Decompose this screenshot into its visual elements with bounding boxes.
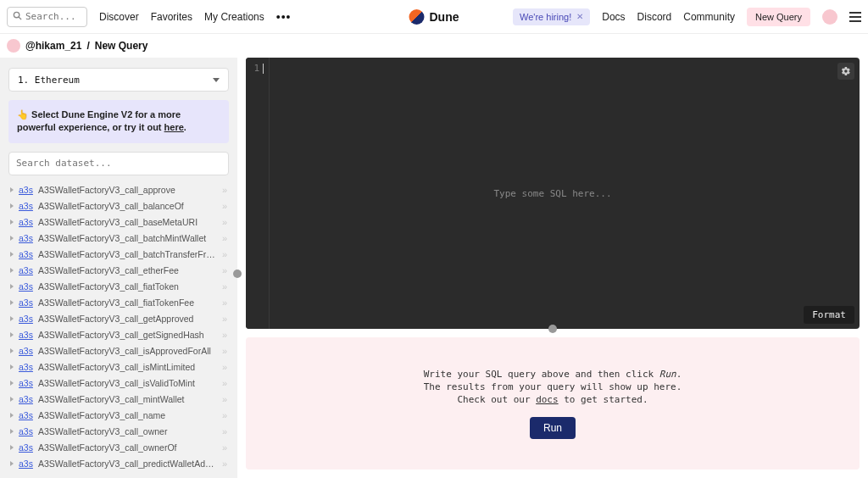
caret-right-icon	[10, 316, 14, 321]
expand-icon[interactable]: »	[222, 185, 227, 195]
new-query-button[interactable]: New Query	[747, 8, 810, 26]
dataset-row[interactable]: a3sA3SWalletFactoryV3_call_etherFee»	[8, 263, 229, 279]
nav-more-icon[interactable]: •••	[276, 10, 292, 24]
sql-editor[interactable]: 1 Type some SQL here... Format	[246, 58, 860, 329]
format-button[interactable]: Format	[804, 306, 854, 324]
dataset-row[interactable]: a3sA3SWalletFactoryV3_call_batchMintWall…	[8, 231, 229, 247]
close-icon[interactable]: ✕	[576, 12, 583, 21]
expand-icon[interactable]: »	[222, 378, 227, 388]
banner-text: 👆 Select Dune Engine V2 for a more power…	[17, 109, 181, 132]
breadcrumb-avatar	[7, 39, 20, 53]
dataset-row[interactable]: a3sA3SWalletFactoryV3_call_baseMetaURI»	[8, 214, 229, 231]
dataset-name: A3SWalletFactoryV3_call_approve	[38, 185, 217, 195]
brand-name: Dune	[430, 10, 459, 24]
expand-icon[interactable]: »	[222, 297, 227, 308]
caret-right-icon	[10, 187, 14, 192]
dataset-name: A3SWalletFactoryV3_call_predictWalletAdd…	[38, 459, 217, 469]
svg-line-1	[19, 16, 21, 19]
dataset-name: A3SWalletFactoryV3_call_mintWallet	[38, 394, 217, 404]
topbar: Discover Favorites My Creations ••• Dune…	[0, 0, 868, 34]
dataset-tag: a3s	[19, 201, 33, 211]
expand-icon[interactable]: »	[222, 410, 227, 420]
nav-favorites[interactable]: Favorites	[151, 11, 192, 23]
expand-icon[interactable]: »	[222, 459, 227, 469]
editor-gutter: 1	[246, 58, 270, 329]
dataset-row[interactable]: a3sA3SWalletFactoryV3_call_isValidToMint…	[8, 375, 229, 392]
dataset-tag: a3s	[19, 394, 33, 404]
expand-icon[interactable]: »	[222, 281, 227, 292]
dataset-row[interactable]: a3sA3SWalletFactoryV3_call_owner»	[8, 424, 229, 440]
results-line-2: The results from your query will show up…	[424, 381, 682, 392]
nav-docs[interactable]: Docs	[602, 11, 625, 23]
dataset-row[interactable]: a3sA3SWalletFactoryV3_call_predictWallet…	[8, 456, 229, 472]
search-icon	[13, 11, 22, 23]
line-number: 1	[246, 58, 269, 74]
nav-discover[interactable]: Discover	[99, 11, 139, 23]
dataset-row[interactable]: a3sA3SWalletFactoryV3_call_name»	[8, 408, 229, 424]
global-search[interactable]	[7, 7, 87, 27]
dataset-tag: a3s	[19, 442, 33, 453]
run-button[interactable]: Run	[530, 417, 576, 439]
chevron-down-icon	[213, 78, 220, 82]
caret-right-icon	[10, 413, 14, 418]
dataset-row[interactable]: a3sA3SWalletFactoryV3_call_mintWallet»	[8, 392, 229, 408]
dataset-tag: a3s	[19, 265, 33, 275]
expand-icon[interactable]: »	[222, 314, 227, 324]
hiring-pill[interactable]: We're hiring! ✕	[513, 8, 590, 25]
dataset-tag: a3s	[19, 459, 33, 469]
docs-link[interactable]: docs	[536, 394, 559, 405]
dataset-row[interactable]: a3sA3SWalletFactoryV3_call_isApprovedFor…	[8, 343, 229, 359]
nav-community[interactable]: Community	[683, 11, 735, 23]
avatar[interactable]	[822, 9, 837, 25]
expand-icon[interactable]: »	[222, 265, 227, 275]
brand[interactable]: Dune	[409, 9, 459, 25]
dataset-row[interactable]: a3sA3SWalletFactoryV3_call_approve»	[8, 182, 229, 198]
dataset-row[interactable]: a3sA3SWalletFactoryV3_call_ownerOf»	[8, 440, 229, 456]
gear-icon[interactable]	[837, 63, 854, 80]
expand-icon[interactable]: »	[222, 442, 227, 453]
caret-right-icon	[10, 236, 14, 241]
dataset-name: A3SWalletFactoryV3_call_baseMetaURI	[38, 217, 217, 227]
expand-icon[interactable]: »	[222, 217, 227, 227]
dataset-tag: a3s	[19, 410, 33, 420]
editor-placeholder: Type some SQL here...	[493, 188, 611, 199]
nav-my-creations[interactable]: My Creations	[204, 11, 264, 23]
expand-icon[interactable]: »	[222, 330, 227, 340]
dataset-row[interactable]: a3sA3SWalletFactoryV3_call_balanceOf»	[8, 198, 229, 214]
breadcrumb-sep: /	[86, 40, 89, 52]
expand-icon[interactable]: »	[222, 201, 227, 211]
dataset-row[interactable]: a3sA3SWalletFactoryV3_call_getApproved»	[8, 311, 229, 327]
dataset-name: A3SWalletFactoryV3_call_batchTransferFro…	[38, 249, 217, 259]
global-search-input[interactable]	[25, 11, 76, 22]
results-line-3: Check out our docs to get started.	[457, 394, 648, 405]
caret-right-icon	[10, 284, 14, 289]
content: 1 Type some SQL here... Format Write you…	[237, 58, 868, 478]
expand-icon[interactable]: »	[222, 362, 227, 372]
editor-resize-handle[interactable]	[548, 325, 557, 333]
caret-right-icon	[10, 332, 14, 337]
dataset-row[interactable]: a3sA3SWalletFactoryV3_call_fiatToken»	[8, 279, 229, 295]
dataset-search[interactable]	[8, 152, 229, 175]
dataset-tag: a3s	[19, 217, 33, 227]
expand-icon[interactable]: »	[222, 346, 227, 356]
expand-icon[interactable]: »	[222, 249, 227, 259]
breadcrumb-user[interactable]: @hikam_21	[25, 40, 81, 52]
expand-icon[interactable]: »	[222, 394, 227, 404]
caret-right-icon	[10, 268, 14, 273]
dataset-row[interactable]: a3sA3SWalletFactoryV3_call_batchTransfer…	[8, 247, 229, 263]
caret-right-icon	[10, 220, 14, 225]
banner-link[interactable]: here	[164, 122, 184, 132]
nav-discord[interactable]: Discord	[637, 11, 672, 23]
dataset-row[interactable]: a3sA3SWalletFactoryV3_call_getSignedHash…	[8, 327, 229, 343]
expand-icon[interactable]: »	[222, 426, 227, 436]
dataset-search-input[interactable]	[8, 152, 229, 175]
dataset-row[interactable]: a3sA3SWalletFactoryV3_call_isMintLimited…	[8, 359, 229, 375]
expand-icon[interactable]: »	[222, 233, 227, 243]
caret-right-icon	[10, 429, 14, 434]
dataset-tag: a3s	[19, 233, 33, 243]
datasource-select[interactable]: 1. Ethereum	[8, 68, 229, 92]
menu-icon[interactable]	[849, 12, 861, 22]
dataset-tag: a3s	[19, 426, 33, 436]
dataset-row[interactable]: a3sA3SWalletFactoryV3_call_fiatTokenFee»	[8, 295, 229, 311]
dataset-name: A3SWalletFactoryV3_call_getApproved	[38, 314, 217, 324]
